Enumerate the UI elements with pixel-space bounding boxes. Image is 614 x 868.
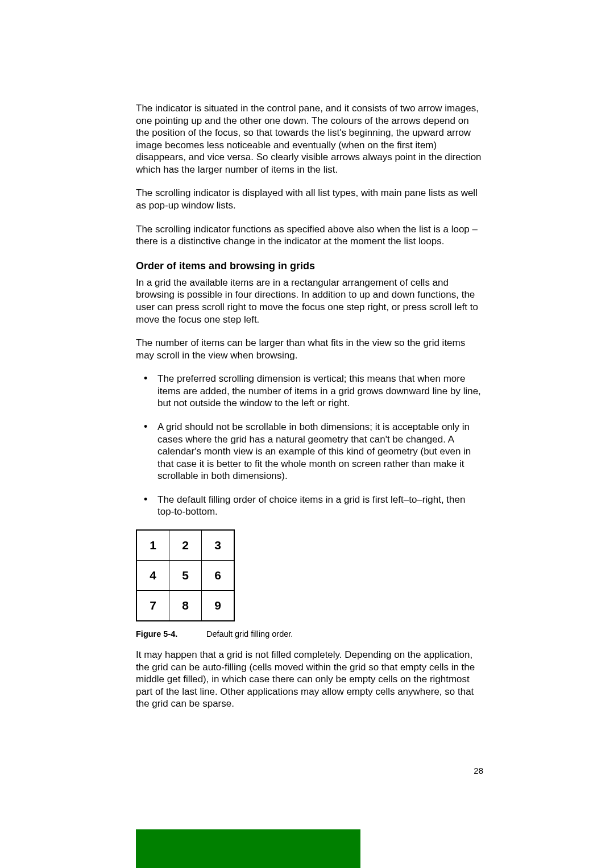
figure-label: Figure 5-4.: [136, 629, 204, 639]
figure-caption-text: Default grid filling order.: [206, 629, 293, 639]
figure-grid-table: 1 2 3 4 5 6 7 8 9: [136, 529, 235, 621]
paragraph-grid-incomplete: It may happen that a grid is not filled …: [136, 649, 483, 710]
section-heading-order-of-items: Order of items and browsing in grids: [136, 260, 483, 272]
table-row: 1 2 3: [136, 530, 234, 561]
page-content: The indicator is situated in the control…: [136, 102, 483, 721]
footer-green-bar: [136, 829, 360, 868]
paragraph-scroll-overflow: The number of items can be larger than w…: [136, 337, 483, 361]
grid-cell: 3: [202, 530, 235, 561]
grid-cell: 5: [169, 561, 202, 591]
paragraph-grid-browsing: In a grid the available items are in a r…: [136, 277, 483, 326]
bullet-item: The preferred scrolling dimension is ver…: [136, 373, 483, 410]
table-row: 4 5 6: [136, 561, 234, 591]
grid-cell: 9: [202, 591, 235, 621]
grid-cell: 1: [136, 530, 169, 561]
bullet-list: The preferred scrolling dimension is ver…: [136, 373, 483, 518]
page-number: 28: [474, 766, 483, 775]
figure-caption: Figure 5-4. Default grid filling order.: [136, 629, 483, 639]
grid-cell: 4: [136, 561, 169, 591]
grid-cell: 8: [169, 591, 202, 621]
paragraph-indicator-description: The indicator is situated in the control…: [136, 102, 483, 176]
grid-cell: 6: [202, 561, 235, 591]
grid-cell: 2: [169, 530, 202, 561]
bullet-item: A grid should not be scrollable in both …: [136, 421, 483, 482]
table-row: 7 8 9: [136, 591, 234, 621]
grid-cell: 7: [136, 591, 169, 621]
figure-grid-wrapper: 1 2 3 4 5 6 7 8 9: [136, 529, 483, 621]
paragraph-scrolling-indicator-display: The scrolling indicator is displayed wit…: [136, 187, 483, 211]
paragraph-loop-behaviour: The scrolling indicator functions as spe…: [136, 223, 483, 248]
bullet-item: The default filling order of choice item…: [136, 494, 483, 518]
